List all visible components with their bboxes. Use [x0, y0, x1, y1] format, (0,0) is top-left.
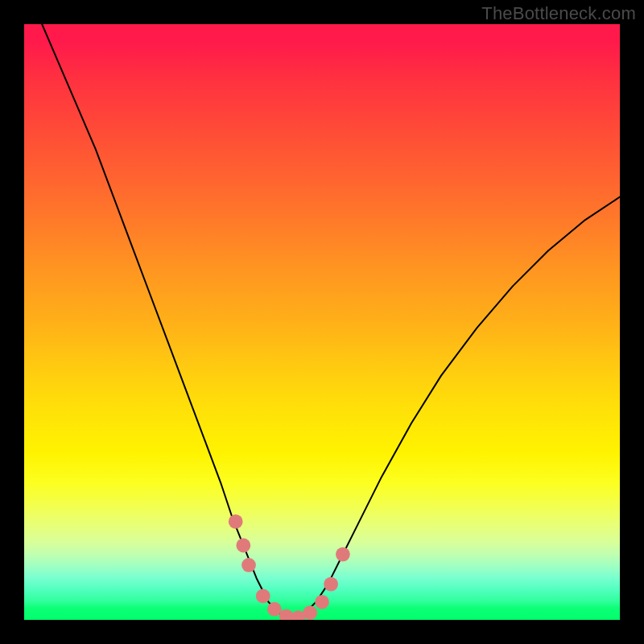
marker-point-b: [236, 539, 250, 553]
outer-frame: TheBottleneck.com: [0, 0, 644, 644]
marker-point-k: [336, 547, 350, 562]
marker-point-d: [256, 589, 270, 604]
marker-point-j: [324, 577, 338, 592]
marker-point-h: [303, 605, 317, 620]
marker-point-i: [315, 595, 329, 609]
series-bottleneck-curve: [24, 24, 620, 620]
marker-point-e: [267, 602, 282, 617]
marker-point-c: [242, 558, 256, 572]
chart-svg: [24, 24, 620, 620]
watermark-text: TheBottleneck.com: [481, 3, 636, 24]
marker-point-a: [229, 514, 243, 529]
plot-area: [24, 24, 620, 620]
